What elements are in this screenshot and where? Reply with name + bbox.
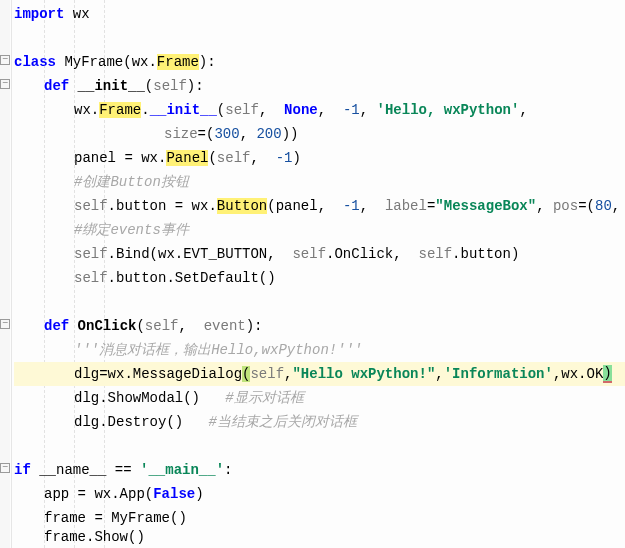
- code-line[interactable]: def __init__(self):: [14, 74, 625, 98]
- fold-toggle-icon[interactable]: −: [0, 79, 10, 89]
- code-line[interactable]: [14, 26, 625, 50]
- code-line[interactable]: frame = MyFrame(): [14, 506, 625, 530]
- fold-gutter: − − − −: [0, 0, 10, 548]
- fold-toggle-icon[interactable]: −: [0, 55, 10, 65]
- code-line[interactable]: app = wx.App(False): [14, 482, 625, 506]
- code-line[interactable]: [14, 290, 625, 314]
- code-line[interactable]: if __name__ == '__main__':: [14, 458, 625, 482]
- code-line[interactable]: self.button.SetDefault(): [14, 266, 625, 290]
- fold-toggle-icon[interactable]: −: [0, 319, 10, 329]
- code-line[interactable]: dlg.ShowModal() #显示对话框: [14, 386, 625, 410]
- code-line[interactable]: [14, 434, 625, 458]
- code-line[interactable]: #创建Button按钮: [14, 170, 625, 194]
- code-editor: − − − − import wx class MyFrame(wx.Frame…: [0, 0, 625, 548]
- code-line[interactable]: import wx: [14, 2, 625, 26]
- code-line[interactable]: dlg.Destroy() #当结束之后关闭对话框: [14, 410, 625, 434]
- code-line[interactable]: panel = wx.Panel(self, -1): [14, 146, 625, 170]
- fold-toggle-icon[interactable]: −: [0, 463, 10, 473]
- code-line-active[interactable]: dlg=wx.MessageDialog(self,"Hello wxPytho…: [14, 362, 625, 386]
- code-line[interactable]: self.Bind(wx.EVT_BUTTON, self.OnClick, s…: [14, 242, 625, 266]
- code-line[interactable]: size=(300, 200)): [14, 122, 625, 146]
- code-line[interactable]: class MyFrame(wx.Frame):: [14, 50, 625, 74]
- code-line[interactable]: self.button = wx.Button(panel, -1, label…: [14, 194, 625, 218]
- code-line[interactable]: frame.Show(): [14, 530, 625, 544]
- code-line[interactable]: wx.Frame.__init__(self, None, -1, 'Hello…: [14, 98, 625, 122]
- code-line[interactable]: #绑定events事件: [14, 218, 625, 242]
- code-line[interactable]: def OnClick(self, event):: [14, 314, 625, 338]
- code-line[interactable]: '''消息对话框，输出Hello,wxPython!''': [14, 338, 625, 362]
- code-area[interactable]: import wx class MyFrame(wx.Frame): def _…: [10, 0, 625, 548]
